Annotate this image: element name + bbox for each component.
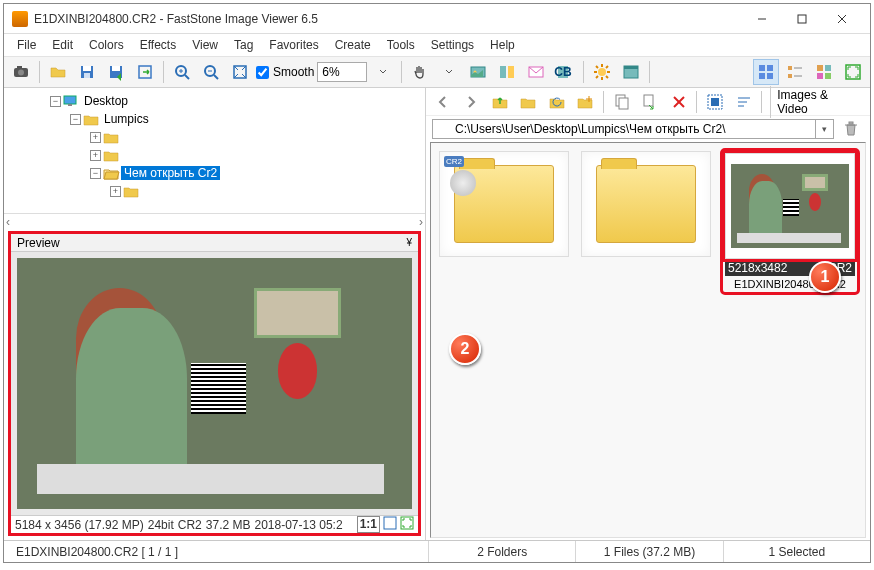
- preview-fullscreen-icon[interactable]: [400, 516, 414, 533]
- svg-rect-44: [788, 74, 792, 78]
- thumb-folder[interactable]: [581, 151, 711, 257]
- svg-rect-8: [83, 66, 91, 71]
- minimize-button[interactable]: [742, 5, 782, 33]
- tree-row-desktop[interactable]: − Desktop: [8, 92, 417, 110]
- svg-rect-43: [788, 66, 792, 70]
- svg-rect-54: [384, 517, 396, 529]
- preview-collapse-icon[interactable]: ¥: [406, 237, 412, 248]
- preview-date: 2018-07-13 05:2: [255, 518, 343, 532]
- tree-label: Lumpics: [101, 112, 152, 126]
- delete-icon[interactable]: [666, 89, 691, 115]
- email-icon[interactable]: [523, 59, 549, 85]
- save-icon[interactable]: [74, 59, 100, 85]
- nav-back-icon[interactable]: [430, 89, 455, 115]
- app-window: E1DXINBI204800.CR2 - FastStone Image Vie…: [3, 3, 871, 563]
- compare-icon[interactable]: [494, 59, 520, 85]
- menu-tools[interactable]: Tools: [380, 36, 422, 54]
- view-fullscreen-icon[interactable]: [840, 59, 866, 85]
- menu-settings[interactable]: Settings: [424, 36, 481, 54]
- thumb-folder[interactable]: CR2: [439, 151, 569, 257]
- zoom-in-icon[interactable]: [169, 59, 195, 85]
- smooth-checkbox[interactable]: [256, 66, 269, 79]
- zoom-dropdown-icon[interactable]: [370, 59, 396, 85]
- folder-icon: [83, 112, 99, 126]
- view-thumbnails-icon[interactable]: [753, 59, 779, 85]
- acquire-icon[interactable]: [8, 59, 34, 85]
- settings-icon[interactable]: [589, 59, 615, 85]
- tree-row-lumpics[interactable]: − Lumpics: [8, 110, 417, 128]
- close-button[interactable]: [822, 5, 862, 33]
- address-input[interactable]: [432, 119, 816, 139]
- menu-help[interactable]: Help: [483, 36, 522, 54]
- tree-row-selected[interactable]: − Чем открыть Cr2: [8, 164, 417, 182]
- sort-icon[interactable]: [731, 89, 756, 115]
- trash-icon[interactable]: [838, 116, 864, 142]
- tree-scrollbar[interactable]: ‹›: [4, 213, 425, 229]
- preview-fit-icon[interactable]: [383, 516, 397, 533]
- svg-rect-59: [619, 98, 628, 109]
- hand-dropdown-icon[interactable]: [436, 59, 462, 85]
- saveas-icon[interactable]: [103, 59, 129, 85]
- nav-home-icon[interactable]: [515, 89, 540, 115]
- statusbar: E1DXINBI204800.CR2 [ 1 / 1 ] 2 Folders 1…: [4, 540, 870, 562]
- copy-icon[interactable]: [609, 89, 634, 115]
- nav-refresh-icon[interactable]: [544, 89, 569, 115]
- collapse-icon[interactable]: −: [70, 114, 81, 125]
- menu-favorites[interactable]: Favorites: [262, 36, 325, 54]
- folder-tree[interactable]: − Desktop − Lumpics + +: [4, 88, 425, 213]
- slideshow-icon[interactable]: [465, 59, 491, 85]
- select-all-icon[interactable]: [702, 89, 727, 115]
- open-icon[interactable]: [45, 59, 71, 85]
- expand-icon[interactable]: +: [90, 150, 101, 161]
- menu-create[interactable]: Create: [328, 36, 378, 54]
- tree-row[interactable]: +: [8, 146, 417, 164]
- nav-newfolder-icon[interactable]: [572, 89, 597, 115]
- menu-edit[interactable]: Edit: [45, 36, 80, 54]
- nav-forward-icon[interactable]: [458, 89, 483, 115]
- menu-tag[interactable]: Tag: [227, 36, 260, 54]
- svg-line-34: [606, 76, 608, 78]
- folder-icon: [103, 130, 119, 144]
- svg-rect-1: [798, 15, 806, 23]
- nav-up-icon[interactable]: [487, 89, 512, 115]
- main-area: − Desktop − Lumpics + +: [4, 88, 870, 540]
- svg-point-6: [18, 70, 24, 76]
- menu-view[interactable]: View: [185, 36, 225, 54]
- menu-effects[interactable]: Effects: [133, 36, 183, 54]
- view-details-icon[interactable]: [811, 59, 837, 85]
- smooth-checkbox-wrap: Smooth: [256, 65, 314, 79]
- expand-icon[interactable]: +: [110, 186, 121, 197]
- address-dropdown-icon[interactable]: ▾: [816, 119, 834, 139]
- maximize-button[interactable]: [782, 5, 822, 33]
- svg-line-36: [606, 66, 608, 68]
- thumbnail-area[interactable]: CR2: [430, 142, 866, 538]
- preview-ratio-button[interactable]: 1:1: [357, 516, 380, 533]
- filter-label[interactable]: Images & Video: [770, 86, 866, 118]
- collapse-icon[interactable]: −: [50, 96, 61, 107]
- batch-convert-icon[interactable]: CB: [552, 59, 578, 85]
- move-icon[interactable]: [637, 89, 662, 115]
- tree-row[interactable]: +: [8, 128, 417, 146]
- folder-open-icon: [103, 166, 119, 180]
- zoom-input[interactable]: [317, 62, 367, 82]
- status-folders: 2 Folders: [429, 541, 576, 562]
- skin-icon[interactable]: [618, 59, 644, 85]
- zoom-fit-icon[interactable]: [227, 59, 253, 85]
- thumb-dims: 5218x3482: [728, 261, 787, 275]
- collapse-icon[interactable]: −: [90, 168, 101, 179]
- tree-label: Desktop: [81, 94, 131, 108]
- menu-file[interactable]: File: [10, 36, 43, 54]
- preview-title: Preview: [17, 236, 60, 250]
- view-list-icon[interactable]: [782, 59, 808, 85]
- menu-colors[interactable]: Colors: [82, 36, 131, 54]
- svg-rect-24: [508, 66, 514, 78]
- zoom-out-icon[interactable]: [198, 59, 224, 85]
- hand-tool-icon[interactable]: [407, 59, 433, 85]
- main-toolbar: Smooth CB: [4, 56, 870, 88]
- preview-image[interactable]: [11, 252, 418, 515]
- export-icon[interactable]: [132, 59, 158, 85]
- expand-icon[interactable]: +: [90, 132, 101, 143]
- address-bar: ▾: [426, 116, 870, 142]
- svg-rect-5: [17, 66, 22, 69]
- tree-row[interactable]: +: [8, 182, 417, 200]
